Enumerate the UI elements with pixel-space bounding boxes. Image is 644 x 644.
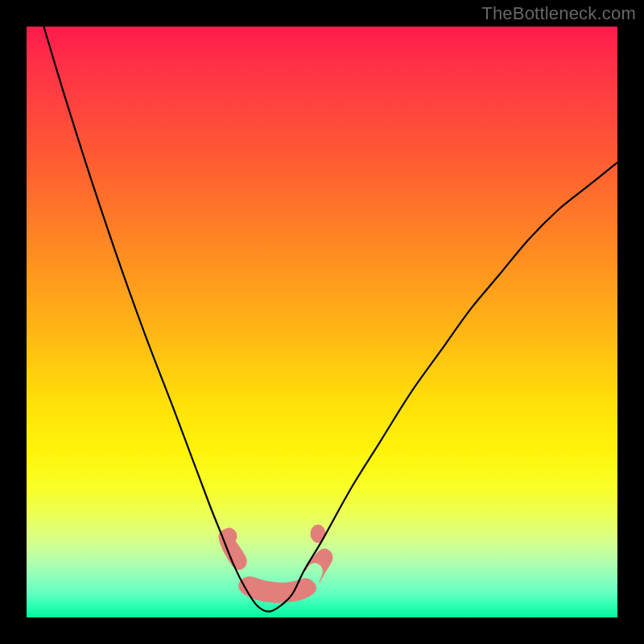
salmon-annotation-group xyxy=(219,525,332,603)
plot-area xyxy=(27,27,617,617)
bottleneck-curve xyxy=(27,27,617,612)
salmon-blob-right xyxy=(305,549,332,582)
curve-layer xyxy=(27,27,617,617)
salmon-blob-bottom xyxy=(239,577,316,603)
chart-stage: TheBottleneck.com xyxy=(0,0,644,644)
watermark-text: TheBottleneck.com xyxy=(481,3,636,24)
